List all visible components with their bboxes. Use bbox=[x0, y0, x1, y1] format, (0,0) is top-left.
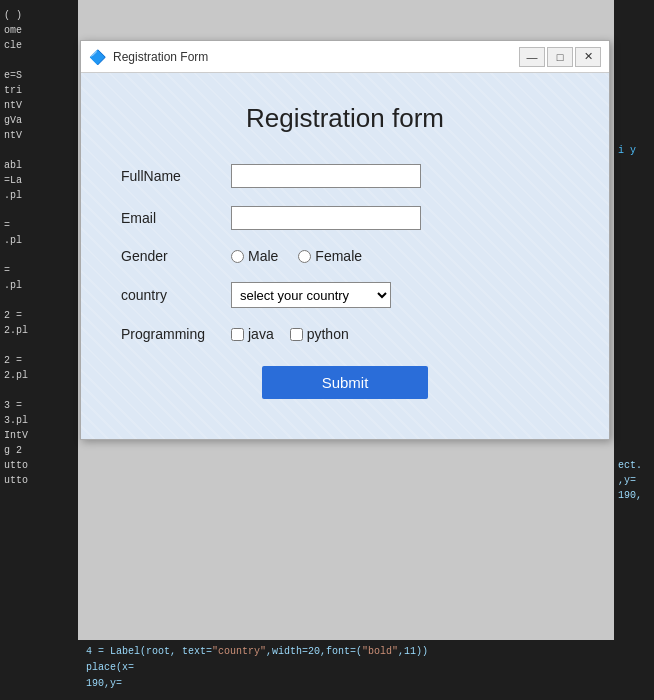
male-radio[interactable] bbox=[231, 250, 244, 263]
bottom-code-line: 4 = Label(root, text="country",width=20,… bbox=[86, 644, 606, 660]
python-label: python bbox=[307, 326, 349, 342]
code-line: ntV bbox=[4, 128, 74, 143]
gender-row: Gender Male Female bbox=[121, 248, 569, 264]
submit-row: Submit bbox=[262, 366, 429, 399]
code-line: 2.pl bbox=[4, 323, 74, 338]
code-line: 2.pl bbox=[4, 368, 74, 383]
code-line bbox=[618, 368, 650, 383]
code-line: cle bbox=[4, 38, 74, 53]
minimize-button[interactable]: — bbox=[519, 47, 545, 67]
code-line bbox=[618, 38, 650, 53]
code-line: 3 = bbox=[4, 398, 74, 413]
code-strip-right: i y ect. ,y= 190, bbox=[614, 0, 654, 700]
code-line bbox=[618, 278, 650, 293]
code-line bbox=[618, 23, 650, 38]
code-line bbox=[4, 338, 74, 353]
window-controls: — □ ✕ bbox=[519, 47, 601, 67]
code-line: utto bbox=[4, 458, 74, 473]
java-label: java bbox=[248, 326, 274, 342]
bottom-code-line: place(x= bbox=[86, 660, 606, 676]
code-line: tri bbox=[4, 83, 74, 98]
code-line: .pl bbox=[4, 188, 74, 203]
maximize-button[interactable]: □ bbox=[547, 47, 573, 67]
code-line bbox=[618, 113, 650, 128]
bottom-code-bar: 4 = Label(root, text="country",width=20,… bbox=[78, 640, 614, 700]
code-line: 2 = bbox=[4, 353, 74, 368]
code-line: gVa bbox=[4, 113, 74, 128]
gender-label: Gender bbox=[121, 248, 231, 264]
code-line bbox=[618, 68, 650, 83]
country-row: country select your country United State… bbox=[121, 282, 569, 308]
python-checkbox[interactable] bbox=[290, 328, 303, 341]
window-icon: 🔷 bbox=[89, 49, 105, 65]
female-option[interactable]: Female bbox=[298, 248, 362, 264]
close-button[interactable]: ✕ bbox=[575, 47, 601, 67]
email-label: Email bbox=[121, 210, 231, 226]
code-line bbox=[4, 248, 74, 263]
programming-checkbox-group: java python bbox=[231, 326, 349, 342]
code-line bbox=[618, 323, 650, 338]
country-label: country bbox=[121, 287, 231, 303]
code-line bbox=[618, 53, 650, 68]
code-line: i y bbox=[618, 143, 650, 158]
email-row: Email bbox=[121, 206, 569, 230]
country-select[interactable]: select your country United States United… bbox=[231, 282, 391, 308]
submit-button[interactable]: Submit bbox=[262, 366, 429, 399]
code-line bbox=[618, 173, 650, 188]
form-title: Registration form bbox=[246, 103, 444, 134]
code-line bbox=[618, 413, 650, 428]
code-line bbox=[618, 218, 650, 233]
code-line bbox=[618, 128, 650, 143]
code-line bbox=[618, 383, 650, 398]
window-title: Registration Form bbox=[113, 50, 519, 64]
code-line bbox=[4, 383, 74, 398]
code-line bbox=[618, 338, 650, 353]
title-bar: 🔷 Registration Form — □ ✕ bbox=[81, 41, 609, 73]
male-label: Male bbox=[248, 248, 278, 264]
code-line bbox=[618, 233, 650, 248]
programming-row: Programming java python bbox=[121, 326, 569, 342]
gender-radio-group: Male Female bbox=[231, 248, 362, 264]
java-checkbox[interactable] bbox=[231, 328, 244, 341]
code-line bbox=[618, 293, 650, 308]
code-line: ,y= bbox=[618, 473, 650, 488]
code-line bbox=[618, 428, 650, 443]
code-strip-left: ( ) ome cle e=S tri ntV gVa ntV abl =La … bbox=[0, 0, 78, 700]
code-line bbox=[618, 158, 650, 173]
form-container: Registration form FullName Email Gender … bbox=[81, 73, 609, 439]
code-line: IntV bbox=[4, 428, 74, 443]
female-label: Female bbox=[315, 248, 362, 264]
form-fields: FullName Email Gender Male Fem bbox=[121, 164, 569, 342]
java-option[interactable]: java bbox=[231, 326, 274, 342]
male-option[interactable]: Male bbox=[231, 248, 278, 264]
bottom-code-line: 190,y= bbox=[86, 676, 606, 692]
code-line: 190, bbox=[618, 488, 650, 503]
programming-label: Programming bbox=[121, 326, 231, 342]
code-line: ntV bbox=[4, 98, 74, 113]
fullname-row: FullName bbox=[121, 164, 569, 188]
code-line bbox=[618, 98, 650, 113]
fullname-label: FullName bbox=[121, 168, 231, 184]
code-line: abl bbox=[4, 158, 74, 173]
python-option[interactable]: python bbox=[290, 326, 349, 342]
email-input[interactable] bbox=[231, 206, 421, 230]
code-line bbox=[618, 83, 650, 98]
code-line bbox=[4, 293, 74, 308]
code-line bbox=[618, 308, 650, 323]
code-line: ( ) bbox=[4, 8, 74, 23]
code-line: utto bbox=[4, 473, 74, 488]
code-line bbox=[618, 353, 650, 368]
code-line: e=S bbox=[4, 68, 74, 83]
fullname-input[interactable] bbox=[231, 164, 421, 188]
code-line: 2 = bbox=[4, 308, 74, 323]
code-line: .pl bbox=[4, 278, 74, 293]
code-line bbox=[618, 398, 650, 413]
code-line bbox=[4, 143, 74, 158]
female-radio[interactable] bbox=[298, 250, 311, 263]
code-line bbox=[618, 188, 650, 203]
code-line bbox=[618, 203, 650, 218]
code-line bbox=[4, 53, 74, 68]
code-line bbox=[618, 443, 650, 458]
code-line: ome bbox=[4, 23, 74, 38]
code-line: .pl bbox=[4, 233, 74, 248]
